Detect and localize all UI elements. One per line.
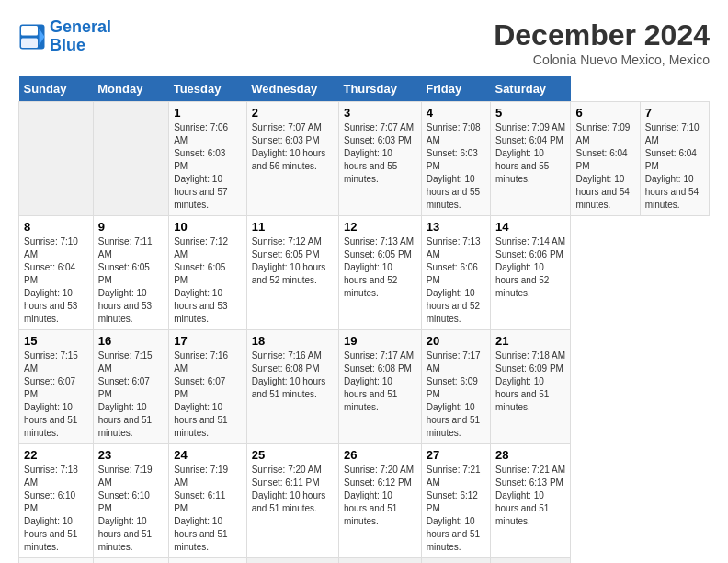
calendar-cell: 24 Sunrise: 7:19 AMSunset: 6:11 PMDaylig… <box>169 444 247 558</box>
logo: General Blue <box>18 18 111 55</box>
day-info: Sunrise: 7:16 AMSunset: 6:07 PMDaylight:… <box>174 350 242 440</box>
day-info: Sunrise: 7:07 AMSunset: 6:03 PMDaylight:… <box>252 121 334 173</box>
calendar-cell: 9 Sunrise: 7:11 AMSunset: 6:05 PMDayligh… <box>93 216 168 330</box>
calendar-cell: 13 Sunrise: 7:13 AMSunset: 6:06 PMDaylig… <box>421 216 490 330</box>
calendar-cell <box>338 558 421 564</box>
calendar-header-row: SundayMondayTuesdayWednesdayThursdayFrid… <box>19 76 710 102</box>
calendar-cell: 29 Sunrise: 7:21 AMSunset: 6:14 PMDaylig… <box>19 558 94 564</box>
day-number: 20 <box>427 334 485 348</box>
day-info: Sunrise: 7:15 AMSunset: 6:07 PMDaylight:… <box>24 350 88 440</box>
calendar-cell: 4 Sunrise: 7:08 AMSunset: 6:03 PMDayligh… <box>421 102 490 216</box>
day-info: Sunrise: 7:10 AMSunset: 6:04 PMDaylight:… <box>24 236 88 326</box>
day-info: Sunrise: 7:13 AMSunset: 6:05 PMDaylight:… <box>344 236 416 300</box>
calendar-cell: 8 Sunrise: 7:10 AMSunset: 6:04 PMDayligh… <box>19 216 94 330</box>
day-number: 2 <box>252 106 334 120</box>
calendar-cell: 25 Sunrise: 7:20 AMSunset: 6:11 PMDaylig… <box>246 444 338 558</box>
day-info: Sunrise: 7:17 AMSunset: 6:09 PMDaylight:… <box>427 350 485 440</box>
day-number: 18 <box>252 334 334 348</box>
day-info: Sunrise: 7:15 AMSunset: 6:07 PMDaylight:… <box>98 350 164 440</box>
day-info: Sunrise: 7:19 AMSunset: 6:10 PMDaylight:… <box>98 464 164 554</box>
calendar-cell: 26 Sunrise: 7:20 AMSunset: 6:12 PMDaylig… <box>338 444 421 558</box>
calendar-cell: 30 Sunrise: 7:22 AMSunset: 6:14 PMDaylig… <box>93 558 168 564</box>
svg-rect-3 <box>21 38 38 48</box>
calendar-cell: 1 Sunrise: 7:06 AMSunset: 6:03 PMDayligh… <box>169 102 247 216</box>
day-number: 21 <box>495 334 566 348</box>
calendar-cell: 17 Sunrise: 7:16 AMSunset: 6:07 PMDaylig… <box>169 330 247 444</box>
day-number: 3 <box>344 106 416 120</box>
calendar-cell: 28 Sunrise: 7:21 AMSunset: 6:13 PMDaylig… <box>490 444 571 558</box>
day-number: 14 <box>495 220 566 234</box>
calendar-cell: 18 Sunrise: 7:16 AMSunset: 6:08 PMDaylig… <box>246 330 338 444</box>
header-wednesday: Wednesday <box>246 76 338 102</box>
day-number: 19 <box>344 334 416 348</box>
month-title: December 2024 <box>494 18 710 52</box>
day-number: 9 <box>98 220 164 234</box>
calendar-cell: 21 Sunrise: 7:18 AMSunset: 6:09 PMDaylig… <box>490 330 571 444</box>
header-thursday: Thursday <box>338 76 421 102</box>
header-tuesday: Tuesday <box>169 76 247 102</box>
day-info: Sunrise: 7:18 AMSunset: 6:09 PMDaylight:… <box>495 350 566 414</box>
calendar-cell: 12 Sunrise: 7:13 AMSunset: 6:05 PMDaylig… <box>338 216 421 330</box>
calendar-cell <box>421 558 490 564</box>
day-info: Sunrise: 7:16 AMSunset: 6:08 PMDaylight:… <box>252 350 334 401</box>
header-sunday: Sunday <box>19 76 94 102</box>
calendar-cell <box>19 102 94 216</box>
calendar-week-row: 8 Sunrise: 7:10 AMSunset: 6:04 PMDayligh… <box>19 216 710 330</box>
calendar-cell: 19 Sunrise: 7:17 AMSunset: 6:08 PMDaylig… <box>338 330 421 444</box>
day-info: Sunrise: 7:20 AMSunset: 6:12 PMDaylight:… <box>344 464 416 528</box>
calendar-cell: 2 Sunrise: 7:07 AMSunset: 6:03 PMDayligh… <box>246 102 338 216</box>
calendar-cell: 22 Sunrise: 7:18 AMSunset: 6:10 PMDaylig… <box>19 444 94 558</box>
logo-icon <box>18 23 46 51</box>
day-info: Sunrise: 7:07 AMSunset: 6:03 PMDaylight:… <box>344 121 416 186</box>
day-info: Sunrise: 7:19 AMSunset: 6:11 PMDaylight:… <box>174 464 242 554</box>
header-saturday: Saturday <box>490 76 571 102</box>
calendar-cell: 3 Sunrise: 7:07 AMSunset: 6:03 PMDayligh… <box>338 102 421 216</box>
calendar-cell: 14 Sunrise: 7:14 AMSunset: 6:06 PMDaylig… <box>490 216 571 330</box>
day-number: 17 <box>174 334 242 348</box>
calendar-cell <box>93 102 168 216</box>
calendar-cell: 16 Sunrise: 7:15 AMSunset: 6:07 PMDaylig… <box>93 330 168 444</box>
calendar-cell: 11 Sunrise: 7:12 AMSunset: 6:05 PMDaylig… <box>246 216 338 330</box>
day-info: Sunrise: 7:14 AMSunset: 6:06 PMDaylight:… <box>495 236 566 300</box>
calendar-cell <box>490 558 571 564</box>
day-number: 1 <box>174 106 242 120</box>
day-info: Sunrise: 7:18 AMSunset: 6:10 PMDaylight:… <box>24 464 88 554</box>
calendar-week-row: 22 Sunrise: 7:18 AMSunset: 6:10 PMDaylig… <box>19 444 710 558</box>
day-number: 26 <box>344 448 416 462</box>
day-number: 22 <box>24 448 88 462</box>
calendar-cell: 10 Sunrise: 7:12 AMSunset: 6:05 PMDaylig… <box>169 216 247 330</box>
calendar-cell: 31 Sunrise: 7:22 AMSunset: 6:15 PMDaylig… <box>169 558 247 564</box>
calendar-cell: 23 Sunrise: 7:19 AMSunset: 6:10 PMDaylig… <box>93 444 168 558</box>
header-friday: Friday <box>421 76 490 102</box>
calendar-week-row: 29 Sunrise: 7:21 AMSunset: 6:14 PMDaylig… <box>19 558 710 564</box>
day-number: 12 <box>344 220 416 234</box>
day-info: Sunrise: 7:09 AMSunset: 6:04 PMDaylight:… <box>495 121 566 186</box>
day-info: Sunrise: 7:11 AMSunset: 6:05 PMDaylight:… <box>98 236 164 326</box>
day-info: Sunrise: 7:20 AMSunset: 6:11 PMDaylight:… <box>252 464 334 515</box>
day-info: Sunrise: 7:13 AMSunset: 6:06 PMDaylight:… <box>427 236 485 326</box>
calendar-cell: 20 Sunrise: 7:17 AMSunset: 6:09 PMDaylig… <box>421 330 490 444</box>
calendar-week-row: 15 Sunrise: 7:15 AMSunset: 6:07 PMDaylig… <box>19 330 710 444</box>
day-number: 11 <box>252 220 334 234</box>
header-monday: Monday <box>93 76 168 102</box>
logo-text-blue: Blue <box>50 37 111 55</box>
day-number: 4 <box>427 106 485 120</box>
day-number: 10 <box>174 220 242 234</box>
day-info: Sunrise: 7:12 AMSunset: 6:05 PMDaylight:… <box>174 236 242 326</box>
day-number: 6 <box>575 106 634 120</box>
day-number: 23 <box>98 448 164 462</box>
day-info: Sunrise: 7:21 AMSunset: 6:13 PMDaylight:… <box>495 464 566 528</box>
day-number: 24 <box>174 448 242 462</box>
calendar-cell: 15 Sunrise: 7:15 AMSunset: 6:07 PMDaylig… <box>19 330 94 444</box>
day-number: 5 <box>495 106 566 120</box>
day-number: 15 <box>24 334 88 348</box>
day-number: 25 <box>252 448 334 462</box>
day-number: 7 <box>645 106 704 120</box>
svg-rect-2 <box>21 26 38 36</box>
day-number: 27 <box>427 448 485 462</box>
calendar-cell: 7 Sunrise: 7:10 AMSunset: 6:04 PMDayligh… <box>640 102 709 216</box>
calendar-cell <box>246 558 338 564</box>
day-number: 13 <box>427 220 485 234</box>
day-number: 28 <box>495 448 566 462</box>
day-info: Sunrise: 7:21 AMSunset: 6:12 PMDaylight:… <box>427 464 485 554</box>
